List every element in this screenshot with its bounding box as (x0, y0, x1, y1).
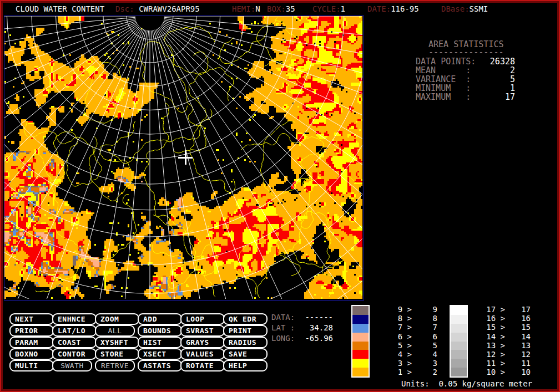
stat-label: MAXIMUM : (416, 92, 471, 102)
units-label: Units: 0.05 kg/square meter (401, 379, 532, 388)
button-astats[interactable]: ASTATS (138, 360, 182, 371)
legend-range: 13 > (480, 341, 505, 350)
readout-row-lat: LAT :34.28 (271, 323, 295, 332)
application-window: CLOUD WATER CONTENT Dsc: CWRAWV26APR95HE… (0, 0, 560, 392)
button-lat-lo[interactable]: LAT/LO (52, 325, 97, 337)
button-rotate[interactable]: ROTATE (180, 360, 225, 371)
legend-range: 12 > (480, 350, 505, 359)
header-field-value: 116-95 (391, 4, 419, 13)
legend-value: 13 (508, 341, 531, 350)
legend-value: 11 (508, 359, 531, 368)
button-qk-edr[interactable]: QK EDR (223, 313, 268, 325)
button-param[interactable]: PARAM (9, 337, 54, 348)
color-swatch (352, 315, 369, 324)
header-field-dbase: DBase:SSMI (441, 4, 488, 13)
button-xyshft[interactable]: XYSHFT (95, 337, 139, 348)
button-values[interactable]: VALUES (180, 348, 225, 360)
header-field-label: DBase: (441, 4, 470, 13)
legend-value: 7 (415, 323, 437, 332)
gray-swatch (451, 306, 467, 315)
readout-value: ------ (289, 313, 333, 322)
legend-range: 17 > (480, 305, 505, 314)
legend-range: 7 > (386, 323, 412, 332)
legend-range: 3 > (386, 359, 412, 368)
color-swatch (352, 333, 369, 342)
button-boxno[interactable]: BOXNO (9, 348, 54, 360)
color-swatch (352, 368, 369, 376)
legend-range: 10 > (480, 368, 505, 376)
gray-swatch (451, 342, 467, 350)
app-title: CLOUD WATER CONTENT (16, 4, 104, 13)
stat-value: 17 (471, 92, 515, 102)
legend-range: 15 > (480, 323, 505, 332)
header-field-date: DATE:116-95 (367, 4, 419, 13)
gray-swatch (451, 315, 467, 324)
header-field-label: CYCLE: (312, 4, 341, 13)
button-bounds[interactable]: BOUNDS (138, 325, 182, 337)
button-contor[interactable]: CONTOR (52, 348, 97, 360)
gray-swatch (451, 333, 467, 342)
gray-swatch (451, 359, 467, 368)
color-swatch (352, 350, 369, 359)
legend-value: 3 (415, 359, 437, 368)
header-field-value: SSMI (470, 4, 488, 13)
button-xsect[interactable]: XSECT (138, 348, 182, 360)
readout-value: 34.28 (289, 323, 333, 332)
button-loop[interactable]: LOOP (180, 313, 225, 325)
button-retrve[interactable]: RETRVE (95, 360, 135, 371)
header-field-label: BOX: (267, 4, 286, 13)
button-radius[interactable]: RADIUS (223, 337, 268, 348)
header-field-dsc: Dsc: CWRAWV26APR95 (115, 4, 200, 13)
button-zoom[interactable]: ZOOM (95, 313, 139, 325)
button-multi[interactable]: MULTI (9, 360, 54, 371)
legend-value: 9 (415, 305, 437, 314)
button-enhnce[interactable]: ENHNCE (52, 313, 97, 325)
button-svrast[interactable]: SVRAST (180, 325, 225, 337)
legend-value: 5 (415, 341, 437, 350)
readout-value: -65.96 (289, 334, 333, 343)
color-swatch (352, 306, 369, 315)
legend-value: 16 (508, 314, 531, 323)
color-scale-bar (351, 305, 370, 378)
button-prior[interactable]: PRIOR (9, 325, 54, 337)
legend-value: 17 (508, 305, 531, 314)
legend-value: 10 (508, 368, 531, 376)
map-viewport (4, 16, 364, 301)
header-field-hemi: HEMI:N (232, 4, 260, 13)
button-print[interactable]: PRINT (223, 325, 268, 337)
button-store[interactable]: STORE (95, 348, 139, 360)
header-field-value: 35 (286, 4, 295, 13)
legend-value: 15 (508, 323, 531, 332)
legend-value: 14 (508, 332, 531, 341)
legend-value: 4 (415, 350, 437, 359)
header-field-box: BOX:35 (267, 4, 295, 13)
header-field-label: Dsc: (115, 4, 139, 13)
legend-range: 16 > (480, 314, 505, 323)
button-coast[interactable]: COAST (52, 337, 97, 348)
map-canvas[interactable] (4, 16, 362, 299)
readout-row-long: LONG:-65.96 (271, 334, 295, 343)
button-swath[interactable]: SWATH (52, 360, 92, 371)
legend-value: 8 (415, 314, 437, 323)
button-save[interactable]: SAVE (223, 348, 268, 360)
button-next[interactable]: NEXT (9, 313, 54, 325)
legend-range: 14 > (480, 332, 505, 341)
legend-range: 9 > (386, 305, 412, 314)
legend-range: 1 > (386, 368, 412, 376)
legend-range: 5 > (386, 341, 412, 350)
gray-scale-bar (450, 305, 468, 378)
button-add[interactable]: ADD (138, 313, 182, 325)
legend-value: 12 (508, 350, 531, 359)
button-all[interactable]: ALL (95, 325, 135, 337)
legend-range: 11 > (480, 359, 505, 368)
area-statistics-row: MAXIMUM :17 (416, 92, 471, 102)
area-statistics-underline: --------------- (428, 47, 503, 57)
header-field-cycle: CYCLE:1 (312, 4, 345, 13)
legend-range: 4 > (386, 350, 412, 359)
button-hist[interactable]: HIST (138, 337, 182, 348)
header-field-label: HEMI: (232, 4, 255, 13)
button-grays[interactable]: GRAYS (180, 337, 225, 348)
header-field-label: DATE: (367, 4, 391, 13)
button-help[interactable]: HELP (223, 360, 268, 371)
gray-swatch (451, 368, 467, 376)
